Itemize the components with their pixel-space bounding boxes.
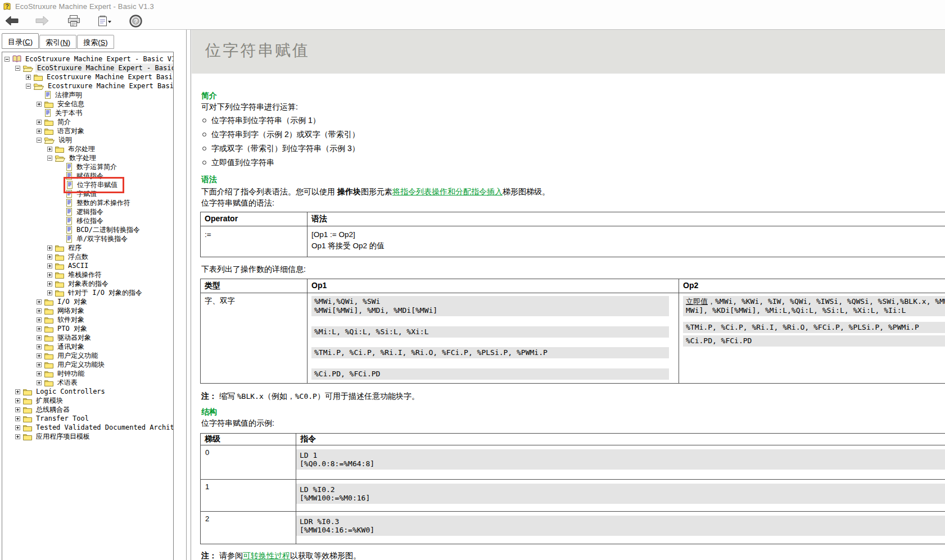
tree-item[interactable]: I/O 对象 <box>2 297 173 306</box>
web-help-icon[interactable]: ? <box>127 13 144 28</box>
code-block: %MWi,%QWi, %SWi%MWi[%MWi], %MDi, %MDi[%M… <box>311 296 669 316</box>
expand-toggle[interactable] <box>37 326 42 331</box>
tab-c[interactable]: 目录(C) <box>2 33 39 49</box>
tree-item[interactable]: 应用程序项目模板 <box>2 432 173 441</box>
operands-table: 类型Op1Op2字、双字%MWi,%QWi, %SWi%MWi[%MWi], %… <box>200 279 945 384</box>
inline-link[interactable]: 可转换性过程 <box>243 551 290 560</box>
expand-toggle[interactable] <box>47 263 52 268</box>
expand-toggle[interactable] <box>15 407 20 412</box>
expand-toggle[interactable] <box>37 102 42 107</box>
instruction-cell: LD %I0.2[%MW100:=%M0:16] <box>296 480 945 512</box>
note-label: 注： <box>201 391 217 400</box>
expand-toggle[interactable] <box>37 353 42 358</box>
code-line: 立即值，%MWi, %KWi, %IW, %QWi, %IWSi, %QWSi,… <box>686 297 945 306</box>
topic-body[interactable]: 简介 可对下列位字符串进行运算: 位字符串到位字符串（示例 1）位字符串到字（示… <box>192 74 945 560</box>
expand-toggle[interactable] <box>26 84 31 89</box>
rung-number-cell: 1 <box>201 480 296 512</box>
folder-icon <box>23 415 32 422</box>
tree-item[interactable]: 网络对象 <box>2 306 173 315</box>
expand-toggle[interactable] <box>47 245 52 251</box>
bullet-text: 字或双字（带索引）到位字符串（示例 3） <box>211 142 360 156</box>
section-heading-syntax: 语法 <box>201 174 945 184</box>
expand-toggle[interactable] <box>37 299 42 304</box>
expand-toggle[interactable] <box>47 156 52 161</box>
expand-toggle[interactable] <box>47 254 52 259</box>
expand-toggle[interactable] <box>37 129 42 134</box>
column-header: Op1 <box>308 279 679 293</box>
expand-toggle[interactable] <box>37 120 42 125</box>
expand-toggle[interactable] <box>37 308 42 313</box>
instruction-cell: LD 1[%Q0.0:8:=%M64:8] <box>296 445 945 480</box>
expand-toggle[interactable] <box>15 425 20 430</box>
code-block: %Ci.PD, %FCi.PD <box>683 335 945 347</box>
tree-item[interactable]: 安全信息 <box>2 99 173 108</box>
expand-toggle[interactable] <box>37 317 42 322</box>
expand-toggle[interactable] <box>15 416 20 421</box>
back-icon[interactable] <box>3 13 20 28</box>
bullet-marker <box>202 133 206 136</box>
tree-item[interactable]: 简介 <box>2 117 173 126</box>
expand-toggle[interactable] <box>47 290 52 295</box>
expand-toggle[interactable] <box>47 281 52 286</box>
tree-item[interactable]: 时钟功能 <box>2 369 173 378</box>
expand-toggle[interactable] <box>37 344 42 349</box>
operator-syntax-table: Operator语法:=[Op1 := Op2]Op1 将接受 Op2 的值 <box>200 212 945 257</box>
folder-icon <box>44 316 53 324</box>
tree-item[interactable]: 驱动器对象 <box>2 333 173 342</box>
immediate-value-link[interactable]: 立即值 <box>686 297 708 306</box>
tree-item[interactable]: 浮点数 <box>2 252 173 261</box>
bullet-marker <box>202 161 206 165</box>
expand-toggle[interactable] <box>37 362 42 367</box>
tree-item-label: 应用程序项目模板 <box>34 431 92 442</box>
tree-item[interactable]: 术语表 <box>2 378 173 387</box>
tree-item[interactable]: Transfer Tool <box>2 414 173 423</box>
tree-item[interactable]: Logic Controllers <box>2 387 173 396</box>
type-cell: 字、双字 <box>201 293 308 384</box>
expand-toggle[interactable] <box>26 75 31 80</box>
tree-item[interactable]: 扩展模块 <box>2 396 173 405</box>
syntax-paragraph: 下面介绍了指令列表语法。您可以使用 操作块图形元素将指令列表操作和分配指令插入梯… <box>201 186 945 197</box>
bullet-list: 位字符串到位字符串（示例 1）位字符串到字（示例 2）或双字（带索引）字或双字（… <box>201 113 945 170</box>
code-line: [%MW104:16:=%KW0] <box>300 526 945 534</box>
print-icon[interactable] <box>65 13 82 28</box>
expand-toggle[interactable] <box>47 147 52 152</box>
folder-icon <box>23 388 32 395</box>
expand-toggle[interactable] <box>37 371 42 376</box>
tab-s[interactable]: 搜索(S) <box>77 35 114 49</box>
expand-toggle[interactable] <box>15 398 20 403</box>
tree-item[interactable]: 位字符串赋值 <box>2 180 173 189</box>
tree-item[interactable]: 单/双字转换指令 <box>2 234 173 243</box>
folder-icon <box>44 101 53 108</box>
help-app-icon: ? <box>2 2 12 11</box>
expand-toggle[interactable] <box>47 272 52 277</box>
tree-item[interactable]: 总线耦合器 <box>2 405 173 414</box>
tree-item[interactable]: 用户定义功能块 <box>2 360 173 369</box>
forward-icon[interactable] <box>34 13 51 28</box>
expand-toggle[interactable] <box>15 434 20 439</box>
expand-toggle[interactable] <box>37 138 42 143</box>
options-icon[interactable] <box>96 13 112 28</box>
expand-toggle[interactable] <box>37 380 42 385</box>
folder-icon <box>44 370 53 377</box>
tree-item[interactable]: EcoStruxure Machine Expert - Basic V1.3 <box>2 54 173 63</box>
expand-toggle[interactable] <box>4 57 10 62</box>
section-heading-structure: 结构 <box>201 407 945 417</box>
column-header: Operator <box>201 212 308 226</box>
tree-item[interactable]: 关于本书 <box>2 108 173 117</box>
code-block: %Ci.PD, %FCi.PD <box>311 368 669 380</box>
tab-n[interactable]: 索引(N) <box>39 35 76 49</box>
folder-icon <box>44 325 53 333</box>
table-row: 字、双字%MWi,%QWi, %SWi%MWi[%MWi], %MDi, %MD… <box>201 293 945 384</box>
expand-toggle[interactable] <box>15 66 20 71</box>
page-icon <box>66 217 73 225</box>
tree-item[interactable]: 法律声明 <box>2 90 173 99</box>
tree-item[interactable]: Ecostruxure Machine Expert Basic - 通用功能 <box>2 81 173 90</box>
expand-toggle[interactable] <box>15 389 20 394</box>
help-viewer-window: ? EcoStruxure Machine Expert - Basic V1.… <box>0 0 945 560</box>
page-icon <box>66 163 73 171</box>
tree-item[interactable]: 语言对象 <box>2 126 173 135</box>
tree-item-label: EcoStruxure Machine Expert - Basic V1.3 <box>24 54 174 63</box>
inline-link[interactable]: 将指令列表操作和分配指令插入 <box>392 187 503 196</box>
page-icon <box>66 181 73 189</box>
expand-toggle[interactable] <box>37 335 42 340</box>
